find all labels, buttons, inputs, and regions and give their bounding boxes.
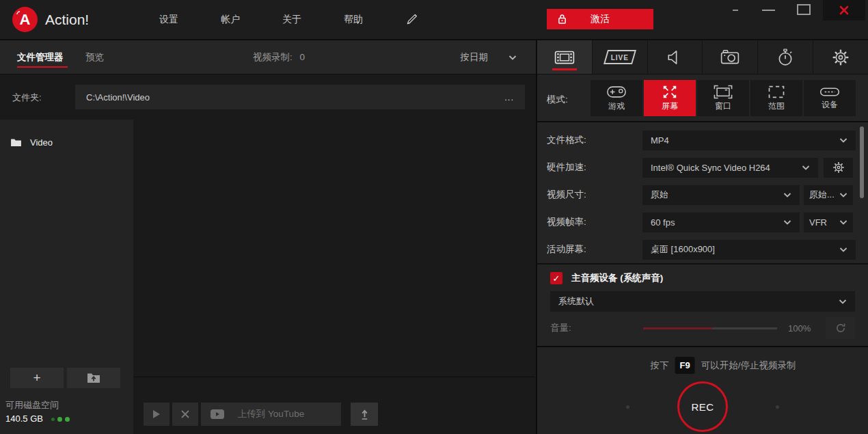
chevron-down-icon: [783, 193, 791, 198]
framerate-label: 视频帧率:: [547, 216, 642, 228]
upload-to-youtube-button[interactable]: 上传到 YouTube: [201, 403, 341, 426]
tab-file-manager[interactable]: 文件管理器: [17, 51, 64, 64]
mode-device-label: 设备: [822, 99, 838, 111]
settings-scrollbar[interactable]: [860, 126, 864, 198]
tab-video-recording[interactable]: [537, 40, 593, 74]
maximize-button[interactable]: [797, 4, 811, 15]
mode-buttons: 游戏 屏幕: [591, 80, 856, 116]
tab-screenshot[interactable]: [703, 40, 758, 74]
mode-game-button[interactable]: 游戏: [591, 80, 642, 116]
video-size-aspect-select[interactable]: 原始...: [804, 185, 853, 205]
camera-icon: [720, 49, 740, 65]
close-button[interactable]: [823, 0, 865, 21]
app-title: Action!: [45, 12, 89, 28]
hw-acceleration-value: Intel® Quick Sync Video H264: [651, 163, 770, 173]
file-manager-body: Video + 可用磁盘空间: [0, 120, 536, 434]
file-format-select[interactable]: MP4: [642, 131, 856, 150]
mode-window-button[interactable]: 窗口: [697, 80, 749, 116]
volume-reset-button[interactable]: [826, 317, 855, 339]
volume-slider-fill: [643, 327, 712, 329]
setting-row-video-size: 视频尺寸: 原始 原始...: [537, 181, 868, 208]
live-icon: LIVE: [603, 50, 636, 64]
tree-item-label: Video: [30, 137, 53, 148]
mode-region-button[interactable]: 范围: [750, 80, 802, 116]
plus-icon: +: [33, 370, 40, 385]
file-format-value: MP4: [651, 135, 669, 146]
file-toolbar: 上传到 YouTube: [144, 403, 381, 426]
youtube-icon: [211, 409, 224, 419]
capture-mode-row: 模式: 游戏: [537, 74, 868, 122]
menu-item-about[interactable]: 关于: [282, 14, 301, 26]
primary-audio-checkbox[interactable]: ✓: [550, 272, 562, 284]
add-folder-button[interactable]: +: [10, 368, 64, 388]
tab-live-streaming[interactable]: LIVE: [593, 40, 648, 74]
sidebar-buttons: +: [10, 368, 120, 388]
delete-button[interactable]: [172, 403, 198, 426]
tab-audio-recording[interactable]: [648, 40, 703, 74]
volume-percent: 100%: [788, 323, 815, 334]
export-upload-button[interactable]: [351, 403, 378, 426]
disk-indicator-dot: [65, 417, 70, 422]
audio-settings: ✓ 主音频设备 (系统声音) 系统默认 音量: 100%: [537, 263, 868, 346]
framerate-mode-value: VFR: [809, 217, 827, 228]
disk-indicator-dot: [51, 418, 55, 421]
video-size-select[interactable]: 原始: [642, 185, 800, 205]
framerate-mode-select[interactable]: VFR: [804, 213, 853, 232]
tab-preview[interactable]: 预览: [85, 51, 104, 64]
setting-row-hw-acceleration: 硬件加速: Intel® Quick Sync Video H264: [537, 154, 868, 181]
minimize-button[interactable]: [762, 10, 775, 11]
tray-minimize-button[interactable]: [733, 10, 738, 11]
volume-label: 音量:: [550, 322, 643, 334]
menu-item-settings[interactable]: 设置: [159, 14, 178, 26]
chevron-down-icon: [839, 299, 847, 304]
sort-by-date-dropdown[interactable]: 按日期: [461, 51, 517, 64]
chevron-down-icon: [802, 165, 810, 170]
record-control-area: 按下 F9 可以开始/停止视频录制 REC: [537, 346, 868, 434]
chevron-down-icon: [508, 55, 517, 60]
framerate-select[interactable]: 60 fps: [642, 213, 800, 232]
device-capture-icon: [819, 86, 840, 98]
broadcast-waves-icon: [15, 10, 22, 16]
mode-screen-button[interactable]: 屏幕: [644, 80, 696, 116]
setting-row-active-screen: 活动屏幕: 桌面 [1600x900]: [537, 236, 868, 263]
menu-item-help[interactable]: 帮助: [344, 14, 363, 26]
file-format-label: 文件格式:: [547, 134, 642, 146]
pen-tool-button[interactable]: [405, 13, 418, 26]
play-icon: [152, 409, 161, 419]
play-button[interactable]: [144, 403, 169, 426]
speaker-icon: [666, 49, 684, 66]
audio-device-select[interactable]: 系统默认: [550, 291, 855, 312]
mode-device-button[interactable]: 设备: [804, 80, 856, 116]
file-area-divider: [133, 377, 535, 377]
encoder-settings-button[interactable]: [824, 158, 853, 178]
mode-screen-label: 屏幕: [662, 100, 678, 112]
hw-acceleration-select[interactable]: Intel® Quick Sync Video H264: [642, 158, 818, 178]
folder-path-row: 文件夹: C:\Action!\Video ...: [0, 74, 536, 120]
disk-space-label: 可用磁盘空间: [5, 398, 70, 412]
folder-label: 文件夹:: [12, 92, 42, 104]
menu-item-account[interactable]: 帐户: [221, 14, 240, 26]
chevron-down-icon: [839, 193, 847, 198]
tree-item-video[interactable]: Video: [0, 133, 133, 151]
folder-icon: [10, 138, 22, 147]
video-size-label: 视频尺寸:: [547, 189, 642, 201]
open-parent-folder-button[interactable]: [67, 368, 120, 388]
active-screen-select[interactable]: 桌面 [1600x900]: [642, 240, 856, 260]
app-logo-icon: A: [12, 7, 38, 32]
video-size-value: 原始: [651, 189, 668, 201]
rec-button[interactable]: REC: [677, 381, 728, 432]
primary-audio-row: ✓ 主音频设备 (系统声音): [537, 271, 868, 285]
chevron-down-icon: [839, 138, 847, 143]
recordings-count: 视频录制: 0: [253, 51, 305, 64]
hotkey-hint: 按下 F9 可以开始/停止视频录制: [651, 357, 796, 374]
browse-folder-button[interactable]: ...: [504, 92, 514, 103]
folder-path-value: C:\Action!\Video: [86, 92, 150, 103]
folder-up-icon: [87, 372, 100, 383]
folder-path-field[interactable]: C:\Action!\Video ...: [75, 85, 525, 109]
volume-slider[interactable]: [643, 327, 777, 329]
hw-acceleration-label: 硬件加速:: [547, 161, 642, 174]
title-bar: A Action! 设置 帐户 关于 帮助 激活: [0, 0, 868, 40]
x-icon: [181, 410, 189, 418]
tab-benchmark[interactable]: [758, 40, 813, 74]
tab-settings[interactable]: [813, 40, 868, 74]
